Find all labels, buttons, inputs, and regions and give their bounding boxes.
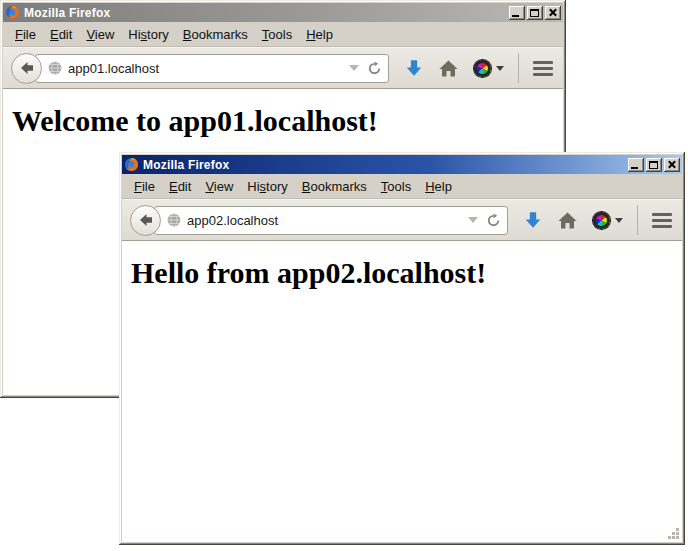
download-button[interactable] <box>405 59 423 77</box>
reload-icon[interactable] <box>486 213 501 228</box>
toolbar-separator <box>518 53 519 83</box>
globe-icon <box>167 213 181 227</box>
maximize-icon <box>530 9 539 17</box>
menu-item-history[interactable]: History <box>122 25 174 44</box>
firefox-logo-icon <box>124 157 139 172</box>
menu-item-file[interactable]: File <box>9 25 42 44</box>
title-bar[interactable]: Mozilla Firefox <box>122 155 682 174</box>
home-icon <box>439 60 458 77</box>
url-dropdown-icon[interactable] <box>468 217 478 223</box>
maximize-button[interactable] <box>646 158 662 172</box>
menu-item-bookmarks[interactable]: Bookmarks <box>296 177 373 196</box>
close-button[interactable] <box>664 158 680 172</box>
back-arrow-icon <box>138 212 154 228</box>
download-arrow-icon <box>405 59 423 77</box>
minimize-icon <box>631 167 638 169</box>
hamburger-icon <box>652 213 672 228</box>
globe-icon <box>48 61 62 75</box>
window-title: Mozilla Firefox <box>24 6 509 20</box>
menu-item-view[interactable]: View <box>80 25 120 44</box>
url-bar[interactable] <box>154 206 508 235</box>
menu-button[interactable] <box>533 61 553 76</box>
close-icon <box>545 6 561 20</box>
home-icon <box>558 212 577 229</box>
chevron-down-icon <box>615 218 623 223</box>
home-button[interactable] <box>558 212 577 229</box>
menu-bar: FileEditViewHistoryBookmarksToolsHelp <box>3 22 563 47</box>
url-input[interactable] <box>187 213 464 228</box>
navigation-toolbar <box>122 199 682 241</box>
home-button[interactable] <box>439 60 458 77</box>
colorwheel-extension-button[interactable] <box>593 212 623 229</box>
reload-icon[interactable] <box>367 61 382 76</box>
navigation-toolbar <box>3 47 563 89</box>
back-arrow-icon <box>19 60 35 76</box>
menu-bar: FileEditViewHistoryBookmarksToolsHelp <box>122 174 682 199</box>
page-heading: Hello from app02.localhost! <box>131 256 674 290</box>
color-wheel-icon <box>593 212 610 229</box>
maximize-icon <box>649 161 658 169</box>
hamburger-icon <box>533 61 553 76</box>
close-icon <box>664 158 680 172</box>
menu-item-help[interactable]: Help <box>300 25 339 44</box>
back-button[interactable] <box>130 205 161 236</box>
minimize-icon <box>512 15 519 17</box>
menu-item-tools[interactable]: Tools <box>256 25 298 44</box>
page-heading: Welcome to app01.localhost! <box>12 104 555 138</box>
download-arrow-icon <box>524 211 542 229</box>
close-button[interactable] <box>545 6 561 20</box>
back-button[interactable] <box>11 53 42 84</box>
menu-button[interactable] <box>652 213 672 228</box>
chevron-down-icon <box>496 66 504 71</box>
colorwheel-extension-button[interactable] <box>474 60 504 77</box>
menu-item-tools[interactable]: Tools <box>375 177 417 196</box>
url-dropdown-icon[interactable] <box>349 65 359 71</box>
url-input[interactable] <box>68 61 345 76</box>
menu-item-edit[interactable]: Edit <box>163 177 197 196</box>
page-content: Hello from app02.localhost! <box>122 241 682 542</box>
minimize-button[interactable] <box>628 158 644 172</box>
firefox-logo-icon <box>5 5 20 20</box>
menu-item-bookmarks[interactable]: Bookmarks <box>177 25 254 44</box>
minimize-button[interactable] <box>509 6 525 20</box>
menu-item-edit[interactable]: Edit <box>44 25 78 44</box>
menu-item-history[interactable]: History <box>241 177 293 196</box>
url-bar[interactable] <box>35 54 389 83</box>
color-wheel-icon <box>474 60 491 77</box>
menu-item-view[interactable]: View <box>199 177 239 196</box>
title-bar[interactable]: Mozilla Firefox <box>3 3 563 22</box>
maximize-button[interactable] <box>527 6 543 20</box>
resize-grip[interactable] <box>666 526 680 540</box>
firefox-window-app02: Mozilla Firefox FileEditViewHistoryBookm… <box>119 152 685 545</box>
window-title: Mozilla Firefox <box>143 158 628 172</box>
download-button[interactable] <box>524 211 542 229</box>
toolbar-separator <box>637 205 638 235</box>
menu-item-file[interactable]: File <box>128 177 161 196</box>
menu-item-help[interactable]: Help <box>419 177 458 196</box>
